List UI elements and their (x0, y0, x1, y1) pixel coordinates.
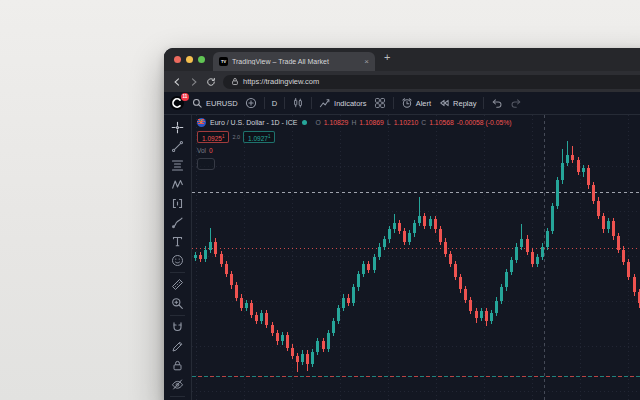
chart-style-button[interactable] (292, 97, 304, 109)
replay-label: Replay (453, 99, 476, 108)
symbol-search-label: EURUSD (206, 99, 238, 108)
zoom-in-icon (171, 297, 184, 310)
lock-all-tool[interactable] (164, 356, 191, 375)
toolbar-divider (483, 97, 484, 109)
indicators-button[interactable]: Indicators (319, 97, 367, 109)
text-tool[interactable] (164, 232, 191, 251)
xabcd-pattern-icon (171, 178, 184, 191)
browser-address-bar: https://tradingview.com (164, 71, 640, 92)
undo-button[interactable] (491, 97, 503, 109)
drawing-mode-tool[interactable] (164, 337, 191, 356)
symbol-search-button[interactable]: EURUSD (192, 98, 238, 109)
url-field[interactable]: https://tradingview.com (223, 75, 640, 89)
layout-grid-icon (374, 97, 386, 109)
tools-divider (170, 315, 185, 316)
change-value: -0.00058 (-0.05%) (457, 119, 512, 126)
zoom-tool[interactable] (164, 294, 191, 313)
tools-divider (170, 396, 185, 397)
replay-button[interactable]: Replay (438, 97, 476, 109)
tv-toolbar: 11 EURUSD D Indicators (164, 92, 640, 115)
buy-button[interactable]: 1.09271 (243, 131, 275, 143)
window-zoom-button[interactable] (198, 56, 205, 63)
replay-icon (438, 97, 450, 109)
magnet-tool[interactable] (164, 318, 191, 337)
long-position-icon (171, 197, 184, 210)
redo-icon (510, 97, 522, 109)
reload-button[interactable] (206, 77, 216, 87)
hide-all-tool[interactable] (164, 375, 191, 394)
eye-slash-icon (171, 378, 184, 391)
browser-window: TV TradingView – Trade All Market × + ht… (164, 48, 640, 400)
crosshair-tool[interactable] (164, 118, 191, 137)
brush-tool[interactable] (164, 213, 191, 232)
search-icon (192, 98, 203, 109)
toolbar-divider (264, 97, 265, 109)
lock-icon (171, 359, 184, 372)
toolbar-divider (393, 97, 394, 109)
back-button[interactable] (172, 77, 182, 87)
browser-tab-strip: TV TradingView – Trade All Market × + (164, 48, 640, 71)
chart-legend: € Euro / U.S. Dollar - 1D - ICE O1.10829… (197, 118, 512, 170)
trend-line-tool[interactable] (164, 137, 191, 156)
emoji-icon (171, 254, 184, 267)
desktop-background: TV TradingView – Trade All Market × + ht… (0, 0, 640, 400)
window-close-button[interactable] (174, 56, 181, 63)
back-icon (172, 77, 182, 87)
symbol-title[interactable]: Euro / U.S. Dollar - 1D - ICE (210, 119, 298, 126)
indicators-icon (319, 97, 331, 109)
chart-area[interactable]: € Euro / U.S. Dollar - 1D - ICE O1.10829… (192, 115, 640, 400)
magnet-icon (171, 321, 184, 334)
drawing-toolbar (164, 115, 192, 400)
crosshair-icon (171, 121, 184, 134)
lock-icon (231, 77, 239, 86)
tab-title: TradingView – Trade All Market (232, 58, 360, 65)
tradingview-favicon-icon: TV (219, 57, 228, 66)
alert-button[interactable]: Alert (401, 97, 431, 109)
add-symbol-button[interactable] (245, 97, 257, 109)
tradingview-logo[interactable]: 11 (170, 96, 185, 111)
forward-icon (189, 77, 199, 87)
new-tab-button[interactable]: + (375, 52, 390, 67)
emoji-tool[interactable] (164, 251, 191, 270)
measure-tool[interactable] (164, 275, 191, 294)
undo-icon (491, 97, 503, 109)
window-controls (164, 48, 213, 71)
tools-divider (170, 272, 185, 273)
alert-label: Alert (416, 99, 431, 108)
pencil-icon (171, 340, 184, 353)
pane-collapse-button[interactable] (197, 158, 215, 170)
text-icon (171, 235, 184, 248)
chevron-up-icon (197, 118, 205, 123)
window-minimize-button[interactable] (186, 56, 193, 63)
sell-button[interactable]: 1.09251 (197, 131, 229, 143)
indicators-label: Indicators (334, 99, 367, 108)
fib-retracement-tool[interactable] (164, 156, 191, 175)
market-status-icon (302, 120, 307, 125)
alert-clock-icon (401, 97, 413, 109)
trend-line-icon (171, 140, 184, 153)
volume-legend: Vol 0 (197, 147, 512, 154)
long-position-tool[interactable] (164, 194, 191, 213)
url-text: https://tradingview.com (243, 77, 319, 86)
toolbar-divider (311, 97, 312, 109)
candlestick-style-icon (292, 97, 304, 109)
measure-icon (171, 278, 184, 291)
fib-retracement-icon (171, 159, 184, 172)
tab-close-icon[interactable]: × (364, 58, 369, 66)
toolbar-divider (284, 97, 285, 109)
spread-value: 2.0 (232, 134, 240, 140)
plus-circle-icon (245, 97, 257, 109)
interval-label: D (272, 99, 277, 108)
redo-button[interactable] (510, 97, 522, 109)
layout-button[interactable] (374, 97, 386, 109)
xabcd-pattern-tool[interactable] (164, 175, 191, 194)
browser-tab[interactable]: TV TradingView – Trade All Market × (213, 52, 375, 71)
interval-button[interactable]: D (272, 99, 277, 108)
reload-icon (206, 77, 216, 87)
forward-button[interactable] (189, 77, 199, 87)
notification-badge: 11 (181, 93, 189, 101)
ohlc-values: O1.10829 H1.10869 L1.10210 C1.10568 -0.0… (316, 119, 512, 126)
brush-icon (171, 216, 184, 229)
